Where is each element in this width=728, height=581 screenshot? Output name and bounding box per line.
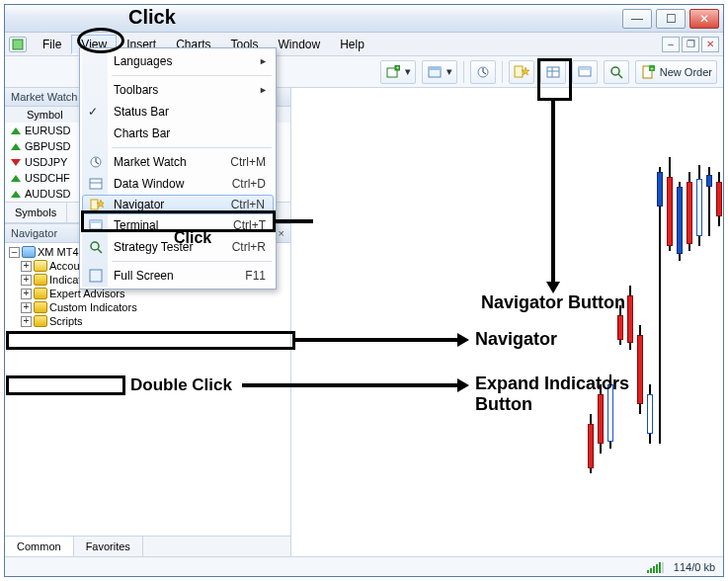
view-chartsbar[interactable]: Charts Bar xyxy=(82,123,274,144)
menu-window[interactable]: Window xyxy=(269,35,331,54)
tree-root-label: XM MT4 xyxy=(38,246,79,258)
expand-icon[interactable]: + xyxy=(21,275,32,286)
svg-rect-0 xyxy=(13,40,23,49)
navigator-star-icon xyxy=(89,197,105,212)
direction-icon xyxy=(11,191,21,198)
symbol-label: USDJPY xyxy=(25,156,67,168)
svg-rect-13 xyxy=(579,67,591,70)
grid-icon xyxy=(88,176,104,192)
tree-node-scripts[interactable]: +Scripts xyxy=(7,314,288,328)
titlebar: — ☐ ✕ xyxy=(5,5,723,33)
view-market-watch[interactable]: Market WatchCtrl+M xyxy=(82,151,274,173)
svg-text:+: + xyxy=(396,65,399,70)
navigator-button[interactable] xyxy=(509,60,534,84)
mdi-window-buttons: – ❐ ✕ xyxy=(662,37,719,52)
tree-node-label: Custom Indicators xyxy=(49,301,137,313)
direction-icon xyxy=(11,143,21,150)
tab-favorites[interactable]: Favorites xyxy=(74,537,143,556)
expand-icon[interactable]: + xyxy=(21,261,32,272)
expand-icon[interactable]: + xyxy=(21,316,32,327)
profiles-button[interactable]: ▾ xyxy=(422,60,457,84)
mdi-close[interactable]: ✕ xyxy=(701,37,719,52)
strategy-tester-button[interactable] xyxy=(604,60,629,84)
minimize-button[interactable]: — xyxy=(622,9,652,29)
navigator-tabs: Common Favorites xyxy=(5,536,290,556)
market-watch-button[interactable] xyxy=(470,60,496,84)
view-statusbar[interactable]: ✓Status Bar xyxy=(82,101,274,123)
statusbar: 114/0 kb xyxy=(5,556,723,576)
app-icon xyxy=(9,37,27,52)
folder-icon xyxy=(34,315,47,327)
plus-chart-icon: + xyxy=(385,64,401,80)
tab-symbols[interactable]: Symbols xyxy=(5,203,67,222)
view-data-window[interactable]: Data WindowCtrl+D xyxy=(82,173,274,195)
toolbar-new-order-label: New Order xyxy=(660,66,712,78)
new-chart-button[interactable]: + ▾ xyxy=(380,60,416,84)
svg-point-26 xyxy=(91,242,99,250)
tree-node-custom-indicators[interactable]: +Custom Indicators xyxy=(7,300,288,314)
close-button[interactable]: ✕ xyxy=(689,9,719,29)
market-watch-icon xyxy=(475,64,491,80)
symbol-label: GBPUSD xyxy=(25,140,70,152)
column-symbol: Symbol xyxy=(27,109,63,121)
separator xyxy=(502,61,503,83)
navigator-title: Navigator xyxy=(11,227,57,239)
connection-bars-icon xyxy=(647,561,664,573)
svg-rect-25 xyxy=(90,220,102,223)
svg-text:+: + xyxy=(650,65,654,71)
profiles-icon xyxy=(427,64,443,80)
symbol-label: EURUSD xyxy=(25,124,70,136)
terminal-icon xyxy=(577,64,593,80)
svg-line-15 xyxy=(618,74,622,78)
view-full-screen[interactable]: Full ScreenF11 xyxy=(82,265,274,287)
view-dropdown: Languages Toolbars ✓Status Bar Charts Ba… xyxy=(79,47,277,290)
mdi-restore[interactable]: ❐ xyxy=(682,37,699,52)
maximize-button[interactable]: ☐ xyxy=(656,9,686,29)
folder-icon xyxy=(34,288,47,299)
tab-common[interactable]: Common xyxy=(5,536,74,556)
folder-icon xyxy=(34,274,47,286)
folder-icon xyxy=(34,260,47,272)
clock-icon xyxy=(88,154,104,170)
direction-icon xyxy=(11,127,21,134)
candlestick-chart xyxy=(588,88,723,535)
menu-help[interactable]: Help xyxy=(330,35,374,54)
symbol-label: USDCHF xyxy=(25,172,70,184)
svg-rect-7 xyxy=(515,66,523,77)
terminal-icon xyxy=(88,217,104,233)
svg-rect-28 xyxy=(90,270,102,282)
view-languages[interactable]: Languages xyxy=(82,50,274,72)
mt4-icon xyxy=(22,246,36,258)
view-navigator[interactable]: NavigatorCtrl+N xyxy=(82,195,274,214)
menu-file[interactable]: File xyxy=(33,35,71,54)
expand-icon[interactable]: + xyxy=(21,302,32,313)
magnifier-icon xyxy=(88,239,104,255)
expand-icon[interactable]: + xyxy=(21,289,32,299)
svg-rect-9 xyxy=(547,67,559,77)
direction-icon xyxy=(11,175,21,182)
navigator-close-icon[interactable]: × xyxy=(279,227,284,239)
market-watch-title: Market Watch xyxy=(11,91,77,103)
symbol-label: AUDUSD xyxy=(25,188,70,200)
expand-icon[interactable]: – xyxy=(9,247,20,258)
check-icon: ✓ xyxy=(88,105,98,119)
view-terminal[interactable]: TerminalCtrl+T xyxy=(82,214,274,236)
magnifier-icon xyxy=(608,64,624,80)
terminal-button[interactable] xyxy=(572,60,598,84)
data-window-icon xyxy=(545,64,561,80)
svg-line-27 xyxy=(98,249,102,253)
svg-rect-20 xyxy=(90,179,102,189)
status-rate: 114/0 kb xyxy=(674,561,715,573)
view-toolbars[interactable]: Toolbars xyxy=(82,79,274,101)
mdi-minimize[interactable]: – xyxy=(662,37,680,52)
svg-point-14 xyxy=(611,67,619,75)
folder-icon xyxy=(34,301,47,313)
new-order-button[interactable]: + New Order xyxy=(635,60,717,84)
svg-rect-5 xyxy=(429,67,441,70)
view-strategy-tester[interactable]: Strategy TesterCtrl+R xyxy=(82,236,274,258)
new-order-icon: + xyxy=(640,64,656,80)
navigator-star-icon xyxy=(514,64,529,80)
data-window-button[interactable] xyxy=(540,60,566,84)
fullscreen-icon xyxy=(88,268,104,284)
chart-area[interactable] xyxy=(291,88,723,556)
